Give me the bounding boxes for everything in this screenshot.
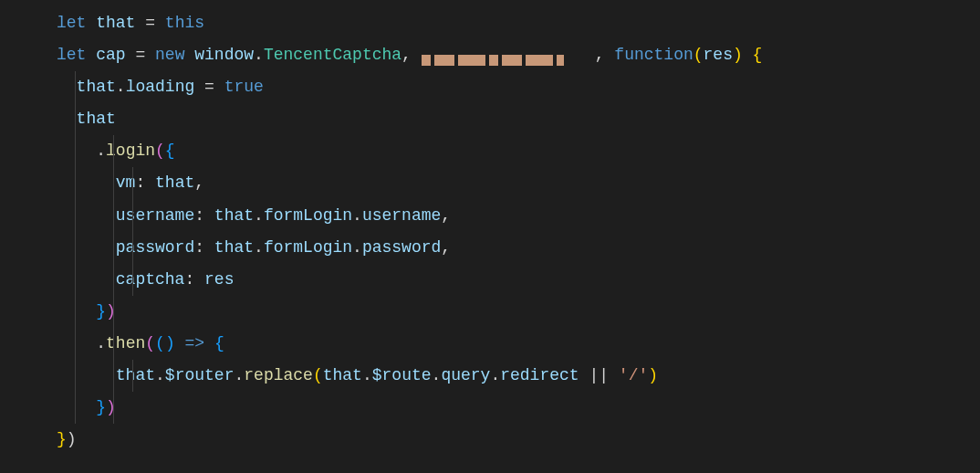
code-line: password: that.formLogin.password, <box>0 232 980 264</box>
code-line: captcha: res <box>0 264 980 296</box>
code-line: }) <box>0 392 980 424</box>
code-line: that.loading = true <box>0 71 980 103</box>
code-line: let that = this <box>0 7 980 39</box>
prop-password: password <box>116 238 194 257</box>
var-that: that <box>77 110 116 128</box>
func-replace: replace <box>244 366 313 384</box>
prop-loading: loading <box>126 78 195 96</box>
class-tencentcaptcha: TencentCaptcha <box>264 46 401 64</box>
prop-username: username <box>116 206 194 225</box>
code-line: that.$router.replace(that.$route.query.r… <box>0 360 980 392</box>
code-line: .login({ <box>0 135 980 167</box>
var-window: window <box>194 46 254 64</box>
code-line: .then(() => { <box>0 328 980 360</box>
code-line: }) <box>0 424 980 456</box>
var-cap: cap <box>96 46 125 64</box>
op-eq: = <box>126 46 155 64</box>
var-that: that <box>77 78 116 96</box>
code-line: vm: that, <box>0 167 980 199</box>
prop-router: $router <box>165 366 235 384</box>
code-line: that <box>0 103 980 135</box>
var-that: that <box>96 14 135 32</box>
code-editor[interactable]: let that = this let cap = new window.Ten… <box>0 0 980 456</box>
redacted-content <box>422 44 595 62</box>
op-eq: = <box>135 14 164 32</box>
string-literal: '/' <box>619 366 648 384</box>
code-line: }) <box>0 296 980 328</box>
func-then: then <box>106 334 145 352</box>
code-line: username: that.formLogin.username, <box>0 200 980 232</box>
keyword-function: function <box>614 46 693 64</box>
keyword-this: this <box>165 14 204 32</box>
param-res: res <box>704 46 733 64</box>
prop-captcha: captcha <box>116 270 185 289</box>
keyword-let: let <box>57 46 86 64</box>
keyword-new: new <box>155 46 184 64</box>
keyword-let: let <box>57 14 86 32</box>
bool-true: true <box>224 78 264 96</box>
code-line: let cap = new window.TencentCaptcha, , f… <box>0 39 980 71</box>
